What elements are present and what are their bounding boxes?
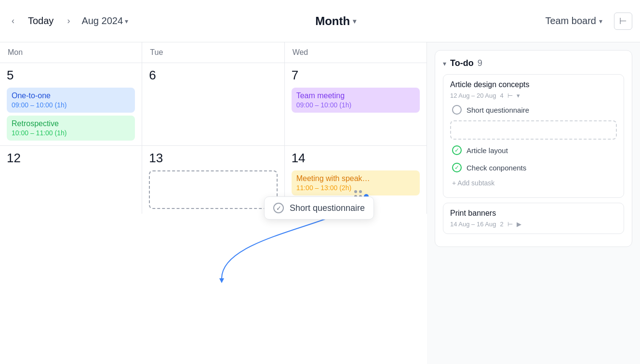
todo-chevron-icon[interactable]: ▾: [443, 60, 446, 67]
panel-toggle-button[interactable]: ⊢: [614, 13, 632, 30]
event-retrospective[interactable]: Retrospective 10:00 – 11:00 (1h): [7, 116, 135, 141]
event-one-to-one[interactable]: One-to-one 09:00 – 10:00 (1h): [7, 88, 135, 113]
next-button[interactable]: ›: [63, 14, 74, 28]
event-time: 10:00 – 11:00 (1h): [12, 129, 130, 137]
day-header-tue: Tue: [142, 42, 284, 63]
today-button[interactable]: Today: [22, 13, 59, 28]
forward-icon: ▶: [517, 221, 521, 228]
popup-text: Short questionnaire: [290, 203, 365, 213]
day-number-13: 13: [149, 151, 277, 166]
todo-section: ▾ To-do 9 Article design concepts 12 Aug…: [435, 50, 632, 247]
subtask-count: 2: [500, 221, 503, 228]
view-chevron-icon: ▾: [353, 17, 356, 25]
todo-header: ▾ To-do 9: [443, 58, 624, 68]
board-selector[interactable]: Team board ▾: [539, 13, 608, 28]
day-5: 5 One-to-one 09:00 – 10:00 (1h) Retrospe…: [0, 63, 142, 145]
todo-item-print-banners[interactable]: Print banners 14 Aug – 16 Aug 2 ⊢ ▶: [443, 203, 624, 234]
subtask-article-layout[interactable]: Article layout: [450, 142, 617, 159]
check-circle-icon[interactable]: [452, 105, 462, 115]
day-7: 7 Team meeting 09:00 – 10:00 (1h): [285, 63, 427, 145]
todo-item-date: 12 Aug – 20 Aug: [450, 92, 496, 99]
day-number-12: 12: [7, 151, 135, 166]
subtask-label: Short questionnaire: [467, 106, 529, 114]
day-number-5: 5: [7, 68, 135, 83]
calendar: Mon Tue Wed 5 One-to-one 09:00 – 10:00 (…: [0, 42, 427, 214]
svg-marker-7: [219, 278, 224, 283]
date-chevron-icon: ▾: [125, 17, 128, 25]
main: Mon Tue Wed 5 One-to-one 09:00 – 10:00 (…: [0, 42, 640, 364]
event-time: 09:00 – 10:00 (1h): [12, 101, 130, 109]
event-title: Meeting with speak…: [296, 174, 415, 183]
subtask-short-questionnaire[interactable]: Short questionnaire: [450, 101, 617, 118]
calendar-wrapper: Mon Tue Wed 5 One-to-one 09:00 – 10:00 (…: [0, 42, 427, 364]
event-title: One-to-one: [12, 91, 130, 100]
day-6: 6: [142, 63, 284, 145]
check-circle-checked-icon[interactable]: [452, 145, 462, 155]
event-time: 09:00 – 10:00 (1h): [296, 101, 415, 109]
subtask-icon: ⊢: [507, 92, 513, 99]
subtask-area: Short questionnaire Article layout Check…: [450, 99, 617, 192]
todo-count: 9: [478, 58, 482, 68]
subtask-check-components[interactable]: Check conponents: [450, 159, 617, 176]
dropdown-icon: ▾: [517, 92, 520, 99]
header: ‹ Today › Aug 2024 ▾ Month ▾ Team board …: [0, 0, 640, 42]
day-number-7: 7: [292, 68, 420, 83]
date-selector[interactable]: Aug 2024 ▾: [78, 13, 132, 28]
event-title: Team meeting: [296, 91, 415, 100]
todo-item-title: Article design concepts: [450, 80, 617, 89]
calendar-rows: 5 One-to-one 09:00 – 10:00 (1h) Retrospe…: [0, 63, 427, 214]
event-meeting-speakers[interactable]: Meeting with speak… 11:00 – 13:00 (2h): [292, 170, 420, 195]
todo-item-date: 14 Aug – 16 Aug: [450, 221, 496, 228]
subtask-placeholder: [450, 120, 617, 140]
event-placeholder: [149, 170, 277, 209]
view-selector[interactable]: Month ▾: [309, 13, 362, 30]
day-header-wed: Wed: [285, 42, 427, 63]
event-time: 11:00 – 13:00 (2h): [296, 184, 415, 192]
day-13: 13: [142, 146, 284, 214]
board-chevron-icon: ▾: [599, 17, 602, 25]
todo-item-article-design[interactable]: Article design concepts 12 Aug – 20 Aug …: [443, 74, 624, 198]
subtask-label: Article layout: [467, 146, 508, 155]
day-12: 12: [0, 146, 142, 214]
header-left: ‹ Today › Aug 2024 ▾: [8, 13, 132, 28]
day-header-mon: Mon: [0, 42, 142, 63]
check-circle-checked-icon[interactable]: [452, 163, 462, 172]
week-1: 5 One-to-one 09:00 – 10:00 (1h) Retrospe…: [0, 63, 427, 146]
todo-item-meta: 14 Aug – 16 Aug 2 ⊢ ▶: [450, 221, 617, 228]
event-team-meeting[interactable]: Team meeting 09:00 – 10:00 (1h): [292, 88, 420, 113]
header-center: Month ▾: [132, 13, 539, 30]
header-right: Team board ▾ ⊢: [539, 13, 632, 30]
day-number-6: 6: [149, 68, 277, 83]
short-questionnaire-popup[interactable]: Short questionnaire: [264, 196, 374, 220]
prev-button[interactable]: ‹: [8, 14, 18, 28]
todo-item-meta: 12 Aug – 20 Aug 4 ⊢ ▾: [450, 92, 617, 99]
day-headers: Mon Tue Wed: [0, 42, 427, 63]
check-circle-icon: [273, 203, 284, 213]
todo-item-title: Print banners: [450, 209, 617, 218]
subtask-count: 4: [500, 92, 503, 99]
todo-title: To-do: [450, 58, 474, 68]
subtask-icon: ⊢: [507, 221, 513, 228]
subtask-label: Check conponents: [467, 164, 526, 172]
add-subtask-button[interactable]: + Add subtask: [450, 176, 496, 190]
day-number-14: 14: [292, 151, 420, 166]
event-title: Retrospective: [12, 119, 130, 128]
right-panel: ▾ To-do 9 Article design concepts 12 Aug…: [427, 42, 640, 364]
